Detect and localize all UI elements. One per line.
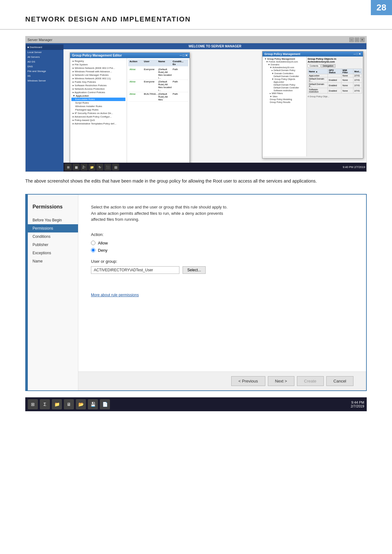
close-btn[interactable]: ✕ [360, 38, 365, 42]
gp-editor-titlebar: Group Policy Management Editor ─ □ ✕ [70, 53, 190, 58]
gp-mgmt-content: Group Policy Objects in Activedirectory1… [307, 57, 363, 156]
gpo-row: AppLockerNone2/7/G [308, 74, 362, 77]
gp-management-window: Group Policy Management ─ □ ✕ ▼ Group Po… [262, 51, 363, 159]
taskbar-folder[interactable]: 📁 [52, 399, 62, 409]
taskbar-item-5[interactable]: ↻ [96, 164, 103, 171]
taskbar-drive[interactable]: 💾 [88, 399, 98, 409]
gp-mgmt-close[interactable]: ✕ [359, 52, 361, 56]
page-taskbar: ⊞ Σ 📁 🖥 📂 💾 📄 9:44 PM 2/7/2019 [25, 397, 367, 411]
titlebar-title: Server Manager [27, 38, 52, 42]
permissions-wizard: Permissions Before You Begin Permissions… [25, 194, 367, 391]
gp-rules-header: ActionUserNameConditi... Ex [128, 59, 188, 66]
nav-exceptions[interactable]: Exceptions [28, 249, 78, 257]
previous-button[interactable]: < Previous [231, 376, 265, 386]
gp-mgmt-title-text: Group Policy Management [264, 52, 300, 56]
gpo-row: Default Domain P...EnabledNone2/7/G [308, 83, 362, 88]
cancel-button[interactable]: Cancel [326, 376, 353, 386]
gp-rules-content: ActionUserNameConditi... Ex AllowEveryon… [127, 58, 190, 164]
maximize-btn[interactable]: □ [355, 38, 359, 42]
deny-radio[interactable] [91, 248, 95, 252]
taskbar-item-3[interactable]: 2↑ [81, 164, 87, 171]
nav-publisher[interactable]: Publisher [28, 241, 78, 249]
user-group-row: Select... [91, 266, 353, 274]
taskbar-sigma[interactable]: Σ [40, 399, 50, 409]
radio-allow-item: Allow [91, 241, 353, 245]
gp-rule-row: AllowEveryone(Default Rule) All files lo… [128, 68, 188, 80]
select-button[interactable]: Select... [183, 266, 206, 274]
tab-delegation[interactable]: Delegation [321, 64, 335, 68]
gp-editor-min[interactable]: ─ [180, 54, 182, 57]
gp-rule-row: AllowBUILTIN\A...(Default Rule) All file… [128, 92, 188, 102]
minimize-btn[interactable]: ─ [349, 38, 354, 42]
gp-mgmt-min[interactable]: ─ [353, 52, 355, 56]
gp-rule-row: AllowEveryone(Default Rule) All files lo… [128, 80, 188, 92]
more-link[interactable]: More about rule permissions [91, 293, 353, 297]
sidebar-adds[interactable]: AD DS [26, 59, 63, 64]
nav-conditions[interactable]: Conditions [28, 232, 78, 241]
gp-mgmt-titlebar: Group Policy Management ─ □ ✕ [262, 51, 363, 57]
action-label: Action: [91, 232, 353, 237]
sidebar-dashboard[interactable]: ■ Dashboard [26, 45, 63, 50]
screenshot-server-manager: Server Manager ─ □ ✕ ■ Dashboard Local S… [25, 36, 367, 172]
accent-bar [26, 195, 28, 390]
sidebar-all[interactable]: All Servers [26, 55, 63, 59]
gp-editor-body: ▸ Registry ▸ File System ▸ Wireless Netw… [70, 58, 190, 164]
nav-permissions[interactable]: Permissions [28, 224, 78, 232]
gp-editor-close[interactable]: ✕ [185, 54, 188, 57]
sidebar-files[interactable]: File and Storage [26, 69, 63, 74]
page-title: NETWORK DESIGN AND IMPLEMENTATION [0, 0, 392, 30]
wizard-content: Select the action to use and the user or… [78, 195, 366, 371]
gpo-row: Software-restrictionEnabledNone2/7/G [308, 88, 362, 93]
nav-name[interactable]: Name [28, 257, 78, 265]
sidebar-iis[interactable]: IIS [26, 74, 63, 78]
gp-policy-tree: ▸ Registry ▸ File System ▸ Wireless Netw… [70, 58, 127, 164]
welcome-banner: WELCOME TO SERVER MANAGER [63, 43, 366, 49]
action-radio-group: Allow Deny [91, 241, 353, 253]
wizard-nav: Permissions Before You Begin Permissions… [28, 195, 78, 390]
gp-mgmt-tabs: Contents Delegation [308, 64, 362, 68]
sidebar-windows[interactable]: Windows Server [26, 78, 63, 83]
taskbar-item-7[interactable]: ▤ [112, 164, 119, 171]
taskbar-item-4[interactable]: 📁 [88, 164, 95, 171]
taskbar-doc[interactable]: 📄 [100, 399, 110, 409]
gp-editor-title-text: Group Policy Management Editor [72, 54, 122, 57]
description-text: The above screenshot shows the edits tha… [25, 178, 367, 184]
taskbar-folder2[interactable]: 📂 [76, 399, 86, 409]
sidebar-dns[interactable]: DNS [26, 64, 63, 69]
page-taskbar-time: 9:44 PM 2/7/2019 [351, 400, 364, 408]
user-group-input[interactable] [91, 266, 179, 274]
next-button[interactable]: Next > [268, 376, 294, 386]
taskbar-item-6[interactable]: ⬛ [104, 164, 111, 171]
sidebar-local[interactable]: Local Server [26, 50, 63, 55]
window-controls: ─ □ ✕ [349, 38, 365, 42]
radio-deny-item: Deny [91, 248, 353, 253]
page-number: 28 [371, 0, 392, 15]
deny-label: Deny [98, 248, 107, 253]
allow-radio[interactable] [91, 241, 95, 245]
sm-sidebar: ■ Dashboard Local Server All Servers AD … [26, 43, 63, 172]
taskbar-server[interactable]: 🖥 [64, 399, 74, 409]
screenshot-taskbar: ⊞ ▦ 2↑ 📁 ↻ ⬛ ▤ 9:40 PM 2/7/2019 [63, 163, 366, 172]
gp-mgmt-max[interactable]: □ [356, 52, 358, 56]
gp-objects-table: Name ▲ GPO Status WMI Filter Mod... AppL… [308, 69, 362, 93]
server-manager-titlebar: Server Manager ─ □ ✕ [26, 36, 366, 43]
server-manager-sim: ■ Dashboard Local Server All Servers AD … [26, 43, 366, 172]
tab-contents[interactable]: Contents [308, 64, 320, 68]
gp-editor-window: Group Policy Management Editor ─ □ ✕ ▸ R… [70, 52, 190, 166]
permissions-description: Select the action to use and the user or… [91, 204, 353, 223]
user-group-label: User or group: [91, 259, 353, 264]
gpo-row: Default Domain C...EnabledNone2/7/G [308, 77, 362, 83]
taskbar-start[interactable]: ⊞ [28, 399, 38, 409]
gp-mgmt-tree: ▼ Group Policy Management ▼ Forest: Acti… [262, 57, 307, 156]
taskbar-time: 9:40 PM 2/7/2019 [343, 166, 365, 169]
taskbar-item-2[interactable]: ▦ [73, 164, 80, 171]
wizard-title: Permissions [28, 201, 78, 216]
gpo-footer: 4 Group Policy Obje... [308, 95, 362, 98]
permissions-inner: Permissions Before You Begin Permissions… [28, 195, 366, 390]
allow-label: Allow [98, 241, 108, 245]
nav-before-you-begin[interactable]: Before You Begin [28, 216, 78, 224]
start-btn[interactable]: ⊞ [65, 164, 72, 171]
gp-editor-max[interactable]: □ [183, 54, 184, 57]
create-button[interactable]: Create [297, 376, 324, 386]
sm-main: WELCOME TO SERVER MANAGER Group Policy M… [63, 43, 366, 172]
